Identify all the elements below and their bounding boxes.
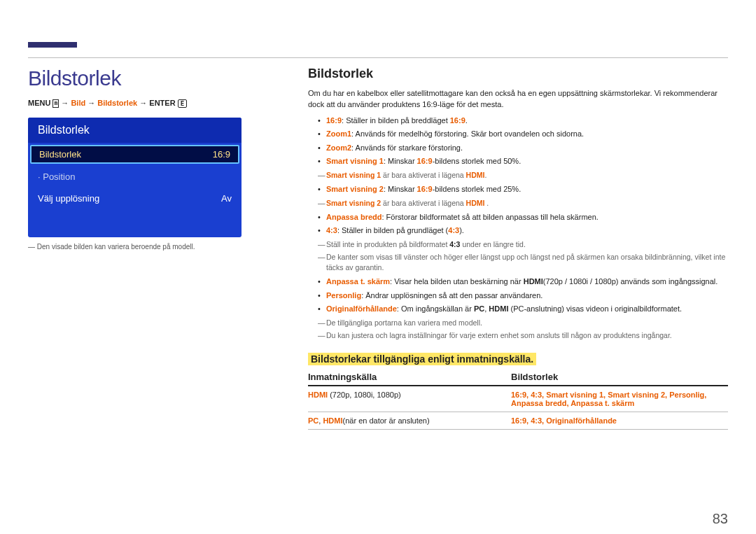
table-header-row: Inmatningskälla Bildstorlek [308, 372, 728, 386]
intro-paragraph: Om du har en kabelbox eller satellitmott… [308, 88, 728, 111]
chapter-tab-marker [28, 42, 77, 48]
feature-list: Smart visning 2: Minskar 16:9-bildens st… [308, 183, 728, 195]
page-title: Bildstorlek [28, 66, 280, 90]
breadcrumb-enter: ENTER [149, 99, 175, 107]
list-item: Originalförhållande: Om ingångskällan är… [318, 303, 728, 315]
screenshot-caption: Den visade bilden kan variera beroende p… [28, 243, 280, 251]
note: Smart visning 2 är bara aktiverat i läge… [308, 198, 728, 209]
feature-list: Anpassa t. skärm: Visar hela bilden utan… [308, 276, 728, 315]
osd-row-label: · Position [38, 171, 75, 182]
osd-row-label: Bildstorlek [39, 149, 81, 160]
osd-row-value: Av [221, 193, 232, 204]
osd-row-dim: · Position [28, 166, 241, 188]
menu-icon: m [52, 99, 59, 108]
note: De tillgängliga portarna kan variera med… [308, 318, 728, 328]
osd-row-label: Välj upplösning [38, 193, 99, 204]
subheading-wrap: Bildstorlekar tillgängliga enligt inmatn… [308, 353, 728, 365]
table-row: HDMI (720p, 1080i, 1080p) 16:9, 4:3, Sma… [308, 386, 728, 412]
page-number: 83 [713, 511, 728, 527]
table-cell-sizes: 16:9, 4:3, Smart visning 1, Smart visnin… [511, 391, 728, 407]
osd-row-selected: Bildstorlek 16:9 [30, 145, 239, 164]
top-rule [28, 42, 728, 58]
list-item: Anpassa bredd: Förstorar bildformatet så… [318, 211, 728, 223]
feature-list: Anpassa bredd: Förstorar bildformatet så… [308, 211, 728, 237]
note: Ställ inte in produkten på bildformatet … [308, 239, 728, 250]
list-item: Zoom2: Används för starkare förstoring. [318, 142, 728, 154]
list-item: Zoom1: Används för medelhög förstoring. … [318, 128, 728, 140]
breadcrumb-step-1: Bild [71, 99, 85, 107]
list-item: Smart visning 1: Minskar 16:9-bildens st… [318, 155, 728, 167]
list-item: 4:3: Ställer in bilden på grundläget (4:… [318, 225, 728, 237]
table-cell-sizes: 16:9, 4:3, Originalförhållande [511, 416, 728, 425]
breadcrumb-step-2: Bildstorlek [97, 99, 137, 107]
osd-menu-title: Bildstorlek [28, 118, 241, 143]
note: Du kan justera och lagra inställningar f… [308, 330, 728, 341]
two-column-layout: Bildstorlek MENU m → Bild → Bildstorlek … [28, 66, 728, 513]
list-item: Smart visning 2: Minskar 16:9-bildens st… [318, 183, 728, 195]
table-row: PC, HDMI(när en dator är ansluten) 16:9,… [308, 412, 728, 430]
table-cell-source: HDMI (720p, 1080i, 1080p) [308, 391, 511, 407]
compatibility-table: Inmatningskälla Bildstorlek HDMI (720p, … [308, 372, 728, 430]
table-subheading: Bildstorlekar tillgängliga enligt inmatn… [308, 353, 536, 365]
table-header-source: Inmatningskälla [308, 372, 511, 382]
breadcrumb-menu: MENU [28, 99, 50, 107]
breadcrumb: MENU m → Bild → Bildstorlek → ENTER E [28, 99, 280, 108]
section-title: Bildstorlek [308, 66, 728, 81]
feature-list: 16:9: Ställer in bilden på breddläget 16… [308, 115, 728, 167]
enter-icon: E [178, 99, 187, 108]
document-page: Bildstorlek MENU m → Bild → Bildstorlek … [0, 0, 756, 534]
list-item: Personlig: Ändrar upplösningen så att de… [318, 290, 728, 302]
list-item: Anpassa t. skärm: Visar hela bilden utan… [318, 276, 728, 288]
osd-menu-screenshot: Bildstorlek Bildstorlek 16:9 · Position … [28, 118, 241, 237]
note: Smart visning 1 är bara aktiverat i läge… [308, 170, 728, 181]
note-continuation: ―De kanter som visas till vänster och hö… [308, 252, 728, 273]
table-header-size: Bildstorlek [511, 372, 728, 382]
osd-row-value: 16:9 [213, 149, 230, 160]
osd-row: Välj upplösning Av [28, 188, 241, 209]
list-item: 16:9: Ställer in bilden på breddläget 16… [318, 115, 728, 127]
table-cell-source: PC, HDMI(när en dator är ansluten) [308, 416, 511, 425]
right-column: Bildstorlek Om du har en kabelbox eller … [308, 66, 728, 513]
left-column: Bildstorlek MENU m → Bild → Bildstorlek … [28, 66, 280, 513]
